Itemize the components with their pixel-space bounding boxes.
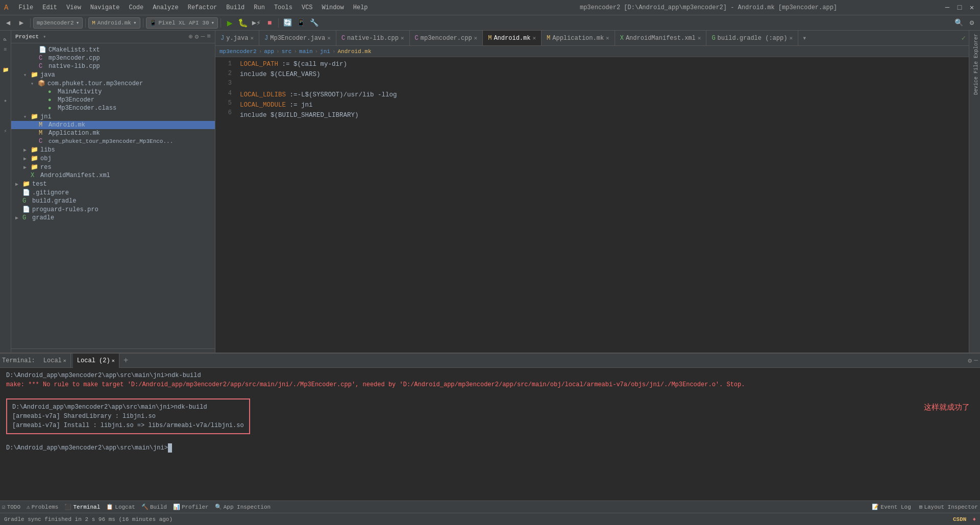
sidebar-scope-icon[interactable]: ⊕ [189, 33, 193, 41]
folder-java[interactable]: ▾ 📁 java [11, 70, 215, 79]
file-application-mk[interactable]: M Application.mk [11, 129, 215, 137]
menu-tools[interactable]: Tools [272, 3, 295, 12]
file-android-mk[interactable]: M Android.mk [11, 121, 215, 129]
breadcrumb-mp3encoder2[interactable]: mp3encoder2 [219, 48, 257, 55]
tab-close-androidmanifest[interactable]: ✕ [698, 35, 701, 41]
favorites-icon[interactable]: ★ [1, 96, 10, 105]
terminal-tab-local[interactable]: Local ✕ [39, 354, 71, 368]
code-editor[interactable]: 1 2 3 4 5 6 LOCAL_PATH := $(call my-dir)… [215, 57, 969, 353]
run-button[interactable]: ▶ [224, 17, 236, 29]
project-tool-icon[interactable]: P [1, 35, 10, 44]
avd-button[interactable]: 📱 [295, 17, 307, 29]
menu-help[interactable]: Help [351, 3, 370, 12]
terminal-output[interactable]: D:\Android_app\mp3encoder2\app\src\main\… [0, 368, 980, 501]
coverage-button[interactable]: ▶⚡ [250, 17, 262, 29]
folder-res[interactable]: ▶ 📁 res [11, 163, 215, 171]
project-dropdown[interactable]: mp3encoder2 ▾ [33, 17, 83, 29]
file-mp3encoder-cpp[interactable]: C mp3encoder.cpp [11, 54, 215, 62]
sdk-button[interactable]: 🔧 [308, 17, 320, 29]
menu-view[interactable]: View [64, 3, 83, 12]
menu-edit[interactable]: Edit [40, 3, 59, 12]
tool-tab-profiler[interactable]: 📊 Profiler [173, 504, 209, 510]
debug-button[interactable]: 🐛 [237, 17, 249, 29]
terminal-add-tab-button[interactable]: + [121, 356, 131, 365]
tab-mp3encoder-java[interactable]: J Mp3Encoder.java ✕ [259, 31, 336, 46]
code-lines[interactable]: LOCAL_PATH := $(call my-dir) include $(C… [236, 57, 969, 353]
minimize-button[interactable]: ─ [943, 4, 951, 12]
back-button[interactable]: ◀ [2, 17, 14, 29]
tab-close-mp3encoder-java[interactable]: ✕ [327, 35, 331, 41]
folder-jni[interactable]: ▾ 📁 jni [11, 112, 215, 121]
sidebar-collapse-icon[interactable]: — [201, 33, 205, 41]
breadcrumb-app[interactable]: app [264, 48, 274, 55]
file-proguard[interactable]: 📄 proguard-rules.pro [11, 205, 215, 214]
file-mp3encoder-class[interactable]: ● Mp3Encoder.class [11, 104, 215, 112]
file-mp3encoder-java[interactable]: ● Mp3Encoder [11, 96, 215, 104]
file-gitignore[interactable]: 📄 .gitignore [11, 188, 215, 197]
sidebar-dropdown-icon[interactable]: ▾ [43, 34, 46, 40]
breadcrumb-main[interactable]: main [299, 48, 312, 55]
menu-navigate[interactable]: Navigate [88, 3, 122, 12]
tab-close-mp3encoder-cpp[interactable]: ✕ [474, 35, 478, 41]
folder-libs[interactable]: ▶ 📁 libs [11, 145, 215, 154]
sidebar-gear-icon[interactable]: ⚙ [195, 33, 199, 41]
stop-button[interactable]: ■ [263, 17, 276, 29]
folder-package[interactable]: ▾ 📦 com.phuket.tour.mp3encoder [11, 79, 215, 88]
file-build-gradle[interactable]: G build.gradle [11, 197, 215, 205]
breadcrumb-src[interactable]: src [282, 48, 292, 55]
close-button[interactable]: ✕ [968, 4, 976, 12]
tab-androidmanifest[interactable]: X AndroidManifest.xml ✕ [615, 31, 707, 46]
tool-tab-logcat[interactable]: 📋 Logcat [106, 504, 135, 510]
terminal-tab-local-close[interactable]: ✕ [63, 358, 66, 364]
terminal-tab-local2-close[interactable]: ✕ [112, 358, 115, 364]
folder-gradle[interactable]: ▶ G gradle [11, 214, 215, 222]
tool-tab-todo[interactable]: ☑ TODO [2, 504, 20, 510]
tab-close-native-lib[interactable]: ✕ [401, 35, 404, 41]
device-dropdown[interactable]: 📱 Pixel XL API 30 ▾ [146, 17, 218, 29]
file-android-manifest[interactable]: X AndroidManifest.xml [11, 171, 215, 180]
menu-code[interactable]: Code [127, 3, 145, 12]
sidebar-scrollbar[interactable] [11, 348, 215, 353]
search-everywhere-button[interactable]: 🔍 [952, 17, 965, 29]
terminal-minimize-icon[interactable]: ─ [974, 357, 978, 364]
menu-run[interactable]: Run [252, 3, 267, 12]
tool-tab-layout-inspector[interactable]: ⊞ Layout Inspector [919, 504, 978, 510]
tab-close-application-mk[interactable]: ✕ [606, 35, 609, 41]
menu-analyze[interactable]: Analyze [151, 3, 180, 12]
tab-close-y-java[interactable]: ✕ [250, 35, 254, 41]
tabs-overflow-button[interactable]: ▾ [798, 34, 811, 42]
terminal-settings-icon[interactable]: ⚙ [968, 357, 972, 365]
tool-tab-build[interactable]: 🔨 Build [141, 504, 167, 510]
forward-button[interactable]: ▶ [15, 17, 28, 29]
terminal-tab-local2[interactable]: Local (2) ✕ [73, 354, 119, 368]
sidebar-settings-icon[interactable]: ≡ [207, 33, 211, 41]
resource-manager-icon[interactable]: 📁 [1, 65, 10, 74]
sync-button[interactable]: 🔄 [281, 17, 293, 29]
tab-application-mk[interactable]: M Application.mk ✕ [542, 31, 615, 46]
menu-refactor[interactable]: Refactor [186, 3, 219, 12]
settings-button[interactable]: ⚙ [966, 17, 978, 29]
menu-window[interactable]: Window [320, 3, 346, 12]
breadcrumb-jni[interactable]: jni [320, 48, 330, 55]
file-native-lib-cpp[interactable]: C native-lib.cpp [11, 62, 215, 70]
tool-tab-terminal[interactable]: ⬛ Terminal [64, 504, 100, 510]
tab-close-build-gradle[interactable]: ✕ [789, 35, 793, 41]
tab-native-lib[interactable]: C native-lib.cpp ✕ [336, 31, 410, 46]
file-jni-native[interactable]: C com_phuket_tour_mp3encoder_Mp3Enco... [11, 137, 215, 145]
structure-icon[interactable]: ≡ [1, 45, 10, 54]
tool-tab-app-inspection[interactable]: 🔍 App Inspection [215, 504, 271, 510]
build-variants-icon[interactable]: ⚡ [1, 127, 10, 136]
file-main-activity[interactable]: ● MainActivity [11, 88, 215, 96]
tool-tab-problems[interactable]: ⚠ Problems [27, 504, 58, 510]
menu-file[interactable]: File [16, 3, 35, 12]
file-cmakelists[interactable]: 📄 CMakeLists.txt [11, 45, 215, 54]
menu-vcs[interactable]: VCS [300, 3, 315, 12]
folder-test[interactable]: ▶ 📁 test [11, 180, 215, 188]
tab-android-mk[interactable]: M Android.mk ✕ [483, 31, 542, 46]
maximize-button[interactable]: □ [955, 4, 964, 12]
tab-close-android-mk[interactable]: ✕ [532, 35, 536, 41]
device-file-explorer-label[interactable]: Device File Explorer [969, 31, 980, 98]
folder-obj[interactable]: ▶ 📁 obj [11, 154, 215, 163]
config-dropdown[interactable]: M Android.mk ▾ [88, 17, 140, 29]
tab-mp3encoder-cpp[interactable]: C mp3encoder.cpp ✕ [410, 31, 483, 46]
